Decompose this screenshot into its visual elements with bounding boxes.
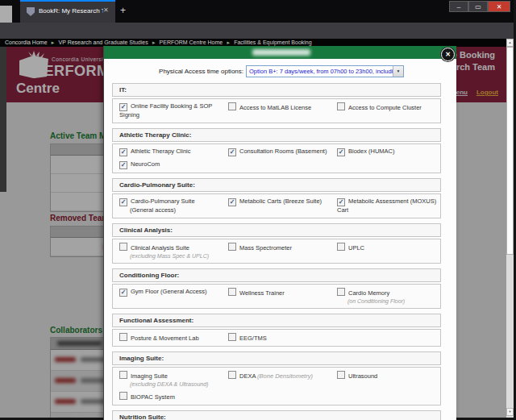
- section-items: ✓Gym Floor (General Access)Wellness Trai…: [112, 284, 441, 309]
- section-header: Clinical Analysis:: [112, 223, 441, 237]
- scrollbar[interactable]: ▲ ▼: [506, 39, 514, 420]
- breadcrumb-link[interactable]: VP Research and Graduate Studies: [58, 40, 148, 45]
- checkbox[interactable]: [228, 102, 236, 110]
- window-minimize-button[interactable]: –: [449, 1, 468, 12]
- breadcrumb-link[interactable]: PERFORM Centre Home: [160, 40, 223, 45]
- breadcrumb-separator: ►: [51, 40, 56, 45]
- checkbox[interactable]: [119, 333, 127, 341]
- breadcrumb-link[interactable]: Concordia Home: [5, 40, 48, 45]
- dropdown-caret-icon[interactable]: ▼: [393, 66, 403, 77]
- time-options-label: Physical Access time options:: [112, 68, 246, 75]
- checkbox[interactable]: ✓: [228, 148, 236, 156]
- checkbox-sublabel: (excluding DEXA & Ultrasound): [130, 380, 228, 388]
- nav-toolbar: ← → ⟳ ⌂ ⓘ ⊘ localhost/BookitDev/myteam.a…: [0, 23, 516, 39]
- checkbox[interactable]: [337, 243, 345, 251]
- section-header: Athletic Therapy Clinic:: [112, 128, 441, 142]
- section-items: ✓Cardio-Pulmonary Suite(General access)✓…: [112, 193, 441, 218]
- checkbox-item[interactable]: ✓Biodex (HUMAC): [337, 148, 439, 156]
- checkbox[interactable]: [119, 243, 127, 251]
- titlebar: BookR: My Research Team ✕ + – ▭ ✕: [0, 0, 516, 23]
- checkbox-label: NeuroCom: [131, 160, 160, 168]
- window-close-button[interactable]: ✕: [488, 1, 510, 12]
- checkbox-item[interactable]: ✓Athletic Therapy Clinic: [119, 148, 228, 156]
- section-items: Posture & Movement LabEEG/TMS: [112, 329, 441, 347]
- checkbox[interactable]: [228, 243, 236, 251]
- checkbox-label: Consultation Rooms (Basement): [239, 148, 327, 155]
- checkbox-item[interactable]: BIOPAC System: [119, 392, 228, 401]
- checkbox[interactable]: [337, 371, 345, 379]
- checkbox-item[interactable]: DEXA (Bone Densitometry): [228, 371, 337, 388]
- checkbox[interactable]: ✓: [337, 198, 345, 206]
- checkbox-item[interactable]: Wellness Trainer: [228, 288, 337, 305]
- checkbox-label: Wellness Trainer: [239, 289, 285, 297]
- checkbox-item[interactable]: UPLC: [337, 243, 439, 260]
- time-options-dropdown[interactable]: Option B+: 7 days/week, from 07h00 to 23…: [246, 65, 404, 77]
- checkbox-sublabel: (on Conditioning Floor): [347, 297, 439, 305]
- checkbox-label: Cardio-Pulmonary Suite: [131, 198, 195, 205]
- checkbox-label: Gym Floor (General Access): [131, 288, 207, 295]
- checkbox-label: EEG/TMS: [239, 335, 267, 342]
- checkbox-item[interactable]: Clinical Analysis Suite(excluding Mass S…: [119, 243, 228, 260]
- facility-section: Imaging Suite:Imaging Suite(excluding DE…: [112, 351, 441, 405]
- checkbox-item[interactable]: ✓Consultation Rooms (Basement): [228, 148, 337, 156]
- section-items: ✓Online Facility Booking & SOP SigningAc…: [112, 98, 441, 123]
- checkbox-label: Access to Compute Cluster: [348, 104, 422, 111]
- modal-close-icon[interactable]: ✕: [441, 48, 455, 61]
- checkbox-item[interactable]: ✓Cardio-Pulmonary Suite(General access): [119, 198, 228, 214]
- checkbox[interactable]: [119, 392, 127, 400]
- facility-access-modal: Physical Access time options: Option B+:…: [103, 46, 456, 420]
- checkbox-label: Imaging Suite: [131, 372, 168, 380]
- checkbox-label: Metabolic Assessment (MOXUS) Cart: [337, 198, 436, 214]
- breadcrumb-link[interactable]: Facilities & Equipment Booking: [234, 40, 312, 45]
- checkbox-item[interactable]: EEG/TMS: [228, 333, 337, 343]
- checkbox-item[interactable]: ✓Gym Floor (General Access): [119, 288, 228, 305]
- checkbox[interactable]: [119, 371, 127, 379]
- new-tab-button[interactable]: +: [120, 5, 126, 16]
- section-items: ✓Athletic Therapy Clinic✓Consultation Ro…: [112, 143, 441, 173]
- checkbox-note: (Bone Densitometry): [257, 372, 313, 380]
- section-header: IT:: [112, 83, 441, 97]
- checkbox-item[interactable]: ✓Metabolic Assessment (MOXUS) Cart: [337, 198, 439, 214]
- checkbox-item[interactable]: Posture & Movement Lab: [119, 333, 228, 343]
- checkbox[interactable]: [228, 288, 236, 296]
- facility-section: IT:✓Online Facility Booking & SOP Signin…: [112, 83, 441, 123]
- checkbox[interactable]: ✓: [119, 161, 127, 169]
- checkbox-item[interactable]: Access to Compute Cluster: [337, 102, 439, 119]
- breadcrumb-separator: ►: [152, 40, 156, 45]
- checkbox[interactable]: ✓: [228, 198, 236, 206]
- checkbox[interactable]: ✓: [337, 148, 345, 156]
- checkbox[interactable]: ✓: [119, 289, 127, 297]
- browser-window: BookR: My Research Team ✕ + – ▭ ✕ ← → ⟳ …: [0, 0, 516, 420]
- checkbox-item[interactable]: Access to MatLAB License: [228, 102, 337, 119]
- tab-close-icon[interactable]: ✕: [103, 6, 109, 14]
- time-options-row: Physical Access time options: Option B+:…: [112, 65, 441, 77]
- time-options-selected-value: Option B+: 7 days/week, from 07h00 to 23…: [249, 68, 393, 75]
- checkbox[interactable]: ✓: [119, 103, 127, 111]
- facility-section: Nutrition Suite:Teaching KitchenMetaboli…: [112, 410, 441, 420]
- checkbox-item[interactable]: ✓Online Facility Booking & SOP Signing: [119, 102, 228, 119]
- checkbox-item[interactable]: ✓NeuroCom: [119, 160, 228, 169]
- checkbox-item[interactable]: Cardio Memory(on Conditioning Floor): [337, 288, 439, 305]
- checkbox-sublabel: (excluding Mass Spec & UPLC): [130, 252, 228, 260]
- scrollbar-thumb[interactable]: [506, 47, 514, 255]
- checkbox-item[interactable]: Imaging Suite(excluding DEXA & Ultrasoun…: [119, 371, 228, 388]
- scroll-down-arrow[interactable]: ▼: [506, 408, 514, 416]
- window-maximize-button[interactable]: ▭: [468, 1, 488, 12]
- checkbox[interactable]: [337, 288, 345, 296]
- checkbox-label: Cardio Memory: [348, 289, 389, 297]
- active-tab-accent-line: [20, 0, 115, 2]
- section-items: Clinical Analysis Suite(excluding Mass S…: [112, 239, 441, 264]
- checkbox[interactable]: [228, 333, 236, 341]
- modal-titlebar: [104, 46, 456, 59]
- checkbox[interactable]: ✓: [119, 148, 127, 156]
- checkbox[interactable]: [228, 371, 236, 379]
- scroll-up-arrow[interactable]: ▲: [506, 39, 514, 47]
- checkbox-label: Biodex (HUMAC): [348, 148, 395, 155]
- checkbox-item[interactable]: Ultrasound: [337, 371, 439, 388]
- section-header: Cardio-Pulmonary Suite:: [112, 178, 441, 192]
- checkbox[interactable]: ✓: [119, 198, 127, 206]
- checkbox-label: Ultrasound: [348, 372, 377, 380]
- checkbox[interactable]: [337, 102, 345, 110]
- checkbox-item[interactable]: ✓Metabolic Carts (Breeze Suite): [228, 198, 337, 214]
- checkbox-item[interactable]: Mass Spectrometer: [228, 243, 337, 260]
